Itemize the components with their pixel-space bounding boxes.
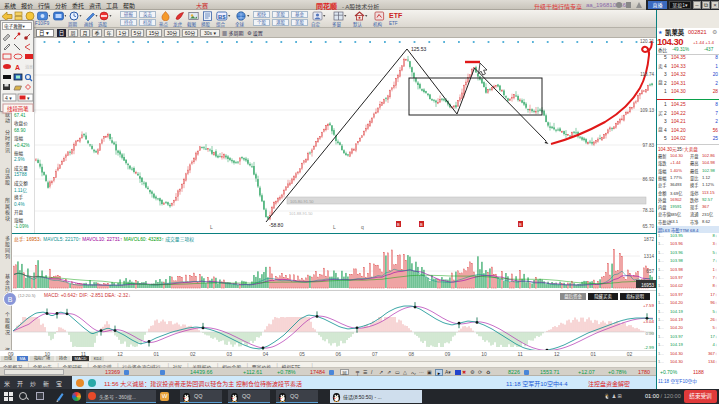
svg-text:L: L	[210, 224, 213, 230]
svg-text:86.92: 86.92	[643, 177, 655, 182]
svg-text:1872: 1872	[644, 237, 655, 242]
svg-text:A: A	[15, 64, 20, 71]
svg-text:101.88-91.50: 101.88-91.50	[289, 211, 313, 216]
svg-text:120.21: 120.21	[640, 39, 654, 44]
svg-text:消息: 消息	[25, 64, 33, 70]
svg-text:L: L	[333, 224, 336, 230]
svg-text:+3.04: +3.04	[643, 319, 655, 324]
svg-text:B: B	[420, 222, 423, 227]
svg-text:1314: 1314	[644, 254, 655, 259]
svg-text:B: B	[397, 222, 400, 227]
svg-text:B: B	[519, 222, 522, 227]
svg-text:105.80-91.50: 105.80-91.50	[290, 199, 314, 204]
svg-text:78.31: 78.31	[643, 208, 655, 213]
svg-text:+7.59: +7.59	[643, 303, 655, 308]
svg-text:657: 657	[646, 269, 654, 274]
svg-text:4 ▾: 4 ▾	[5, 95, 12, 101]
svg-text:-58.80: -58.80	[269, 222, 283, 228]
svg-text:118.74: 118.74	[640, 72, 654, 77]
svg-text:16953: 16953	[641, 283, 654, 288]
svg-text:97.83: 97.83	[643, 143, 655, 148]
svg-text:B$: B$	[218, 14, 226, 20]
svg-text:q: q	[361, 224, 364, 230]
svg-text:125.53: 125.53	[411, 46, 427, 52]
svg-text:0.00: 0.00	[645, 331, 654, 336]
svg-text:109.13: 109.13	[640, 108, 654, 113]
svg-text:65.70: 65.70	[643, 224, 655, 229]
